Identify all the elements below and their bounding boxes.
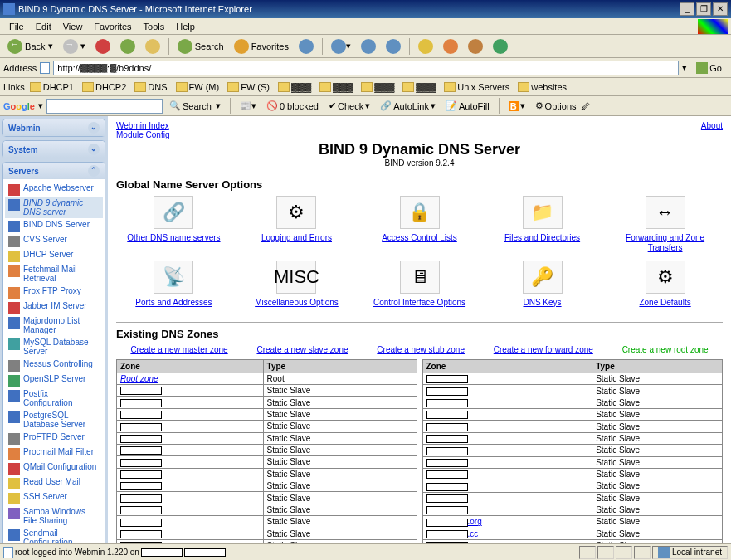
autofill-button[interactable]: 📝AutoFill [442, 99, 493, 113]
google-search-button[interactable]: 🔍Search ▾ [166, 99, 224, 113]
sidebar-item[interactable]: Samba Windows File Sharing [5, 505, 103, 527]
close-button[interactable]: ✕ [713, 2, 728, 16]
tool-button-1[interactable] [414, 37, 437, 56]
menu-edit[interactable]: Edit [30, 20, 57, 33]
main-panel[interactable]: Webmin Index Module Config About BIND 9 … [108, 116, 731, 543]
google-button-1[interactable]: 📰▾ [236, 99, 260, 113]
zone-cell[interactable]: .org [422, 516, 592, 528]
about-link[interactable]: About [701, 121, 723, 139]
zone-cell[interactable] [422, 480, 592, 492]
edit-button[interactable] [382, 37, 405, 56]
zone-cell[interactable] [117, 397, 264, 408]
sidebar-item[interactable]: BIND DNS Server [5, 218, 103, 233]
sidebar-item[interactable]: Fetchmail Mail Retrieval [5, 263, 103, 285]
zone-cell[interactable] [117, 456, 264, 468]
link-item[interactable]: DHCP2 [79, 81, 129, 93]
home-button[interactable] [141, 37, 164, 56]
stop-button[interactable] [91, 37, 115, 56]
create-forward-zone-link[interactable]: Create a new forward zone [494, 345, 593, 354]
zone-cell[interactable]: .cc [422, 528, 592, 539]
option-link[interactable]: Control Interface Options [373, 298, 465, 307]
check-button[interactable]: ✔Check▾ [325, 99, 373, 113]
zone-cell[interactable] [117, 408, 264, 420]
option-link[interactable]: Files and Directories [504, 233, 580, 242]
google-logo[interactable]: Google [3, 101, 35, 111]
zone-cell[interactable] [117, 492, 264, 504]
sidebar-item[interactable]: Majordomo List Manager [5, 314, 103, 336]
sidebar-item[interactable]: PostgreSQL Database Server [5, 409, 103, 431]
option-item[interactable]: MISCMiscellaneous Options [239, 261, 354, 307]
sidebar-item[interactable]: CVS Server [5, 233, 103, 248]
history-button[interactable] [295, 37, 318, 56]
link-item[interactable]: FW (M) [173, 81, 223, 93]
zone-cell[interactable] [117, 516, 264, 528]
create-master-zone-link[interactable]: Create a new master zone [130, 345, 227, 354]
menu-tools[interactable]: Tools [138, 20, 171, 33]
sidebar-section-system[interactable]: System⌄ [3, 141, 105, 158]
zone-cell[interactable] [422, 385, 592, 397]
zone-link[interactable]: .com [468, 541, 486, 543]
link-item[interactable]: websites [514, 81, 570, 93]
zone-cell[interactable] [117, 385, 264, 397]
module-config-link[interactable]: Module Config [116, 130, 169, 139]
autolink-button[interactable]: 🔗AutoLink▾ [377, 99, 439, 113]
favorites-button[interactable]: Favorites [230, 37, 293, 56]
link-item[interactable]: DHCP1 [27, 81, 77, 93]
link-item[interactable]: ▓▓▓ [275, 81, 314, 93]
zone-cell[interactable] [117, 421, 264, 432]
sidebar-item[interactable]: Read User Mail [5, 475, 103, 490]
google-search-input[interactable] [46, 99, 163, 114]
sidebar-item[interactable]: OpenSLP Server [5, 373, 103, 387]
sidebar-item[interactable]: Jabber IM Server [5, 299, 103, 314]
sidebar-section-webmin[interactable]: Webmin⌄ [3, 119, 105, 136]
zone-cell[interactable] [117, 468, 264, 480]
option-link[interactable]: Logging and Errors [261, 233, 332, 242]
option-item[interactable]: 🔗Other DNS name servers [116, 196, 231, 252]
menu-favorites[interactable]: Favorites [88, 20, 137, 33]
link-item[interactable]: Unix Servers [441, 81, 513, 93]
option-item[interactable]: 📡Ports and Addresses [116, 261, 231, 307]
root-zone-link[interactable]: Root zone [120, 374, 158, 383]
option-link[interactable]: Miscellaneous Options [255, 298, 339, 307]
option-item[interactable]: ⚙Zone Defaults [607, 261, 723, 307]
webmin-index-link[interactable]: Webmin Index [116, 121, 169, 130]
sidebar-item[interactable]: MySQL Database Server [5, 336, 103, 358]
sidebar-item[interactable]: QMail Configuration [5, 460, 103, 475]
option-link[interactable]: Forwarding and Zone Transfers [626, 233, 704, 252]
sidebar-item[interactable]: Apache Webserver [5, 182, 103, 197]
tool-button-2[interactable] [439, 37, 462, 56]
search-button[interactable]: Search [173, 37, 228, 56]
zone-cell[interactable] [117, 504, 264, 515]
link-item[interactable]: FW (S) [224, 81, 273, 93]
zone-cell[interactable] [117, 444, 264, 455]
address-dropdown[interactable]: ▾ [682, 62, 687, 73]
sidebar-item[interactable]: DHCP Server [5, 248, 103, 263]
tool-button-4[interactable] [489, 37, 512, 56]
option-item[interactable]: ↔Forwarding and Zone Transfers [607, 196, 723, 252]
forward-button[interactable]: ▾ [59, 37, 90, 56]
zone-cell[interactable] [422, 409, 592, 421]
minimize-button[interactable]: _ [680, 2, 694, 16]
option-link[interactable]: Access Control Lists [382, 233, 457, 242]
zone-cell[interactable] [117, 539, 264, 543]
tool-button-3[interactable] [464, 37, 487, 56]
menu-view[interactable]: View [57, 20, 89, 33]
option-link[interactable]: Zone Defaults [639, 298, 690, 307]
menu-file[interactable]: File [3, 20, 30, 33]
zone-cell[interactable] [422, 373, 592, 385]
zone-link[interactable]: .org [468, 517, 482, 526]
sidebar-item[interactable]: BIND 9 dynamic DNS server [5, 197, 103, 218]
zone-cell[interactable] [422, 504, 592, 515]
refresh-button[interactable] [116, 37, 139, 56]
print-button[interactable] [357, 37, 380, 56]
zone-cell[interactable] [422, 445, 592, 456]
zone-cell[interactable] [117, 528, 264, 539]
zone-cell[interactable] [422, 456, 592, 468]
zone-cell[interactable] [117, 432, 264, 444]
option-link[interactable]: DNS Keys [523, 298, 561, 307]
sidebar-item[interactable]: Sendmail Configuration [5, 527, 103, 543]
sidebar-item[interactable]: Frox FTP Proxy [5, 285, 103, 299]
sidebar-item[interactable]: Nessus Controlling [5, 358, 103, 373]
menu-help[interactable]: Help [170, 20, 201, 33]
zone-cell[interactable] [422, 421, 592, 432]
